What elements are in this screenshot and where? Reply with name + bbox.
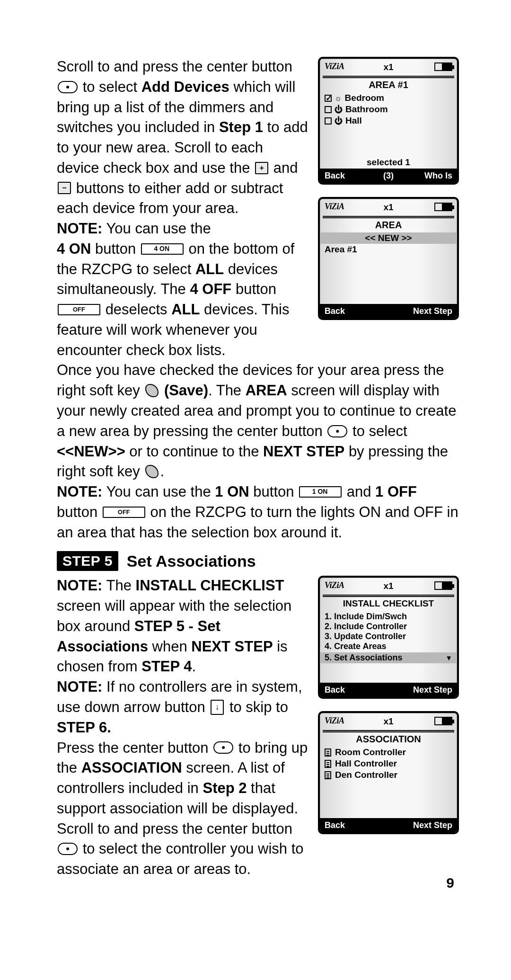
text: Scroll to and press the center button [57, 820, 292, 837]
text-bold: 4 OFF [190, 281, 231, 297]
device-label: Hall [345, 116, 362, 126]
page-number: 9 [446, 875, 454, 891]
text-bold: (Save) [164, 382, 208, 399]
logo-text: ViZiA [325, 62, 344, 71]
controller-label: Den Controller [335, 770, 397, 780]
controller-icon [325, 748, 331, 757]
center-button-icon: • [327, 425, 347, 437]
softkey-left: Back [325, 820, 345, 830]
text-bold: STEP 6. [57, 719, 111, 736]
checklist-item: 2. Include Controller [325, 622, 452, 632]
center-button-icon: • [213, 741, 233, 754]
controller-row: Hall Controller [325, 758, 452, 769]
battery-icon [434, 62, 452, 71]
off-button-icon: OFF [103, 507, 145, 518]
text-bold: 1 ON [215, 483, 249, 500]
text: You can use the [102, 483, 215, 500]
screen-checklist: ViZiA x1 INSTALL CHECKLIST 1. Include Di… [318, 576, 459, 699]
checklist-item-highlight: 5. Set Associations ▼ [320, 652, 457, 663]
screen-title: AREA #1 [320, 79, 457, 92]
signal-text: x1 [383, 716, 393, 727]
logo-text: ViZiA [325, 716, 344, 726]
text-bold: Step 1 [219, 119, 263, 135]
battery-icon [434, 581, 452, 590]
status-bar: ViZiA x1 [320, 578, 457, 595]
text-bold: INSTALL CHECKLIST [136, 577, 284, 594]
logo-text: ViZiA [325, 202, 344, 212]
text: to select [83, 79, 141, 95]
text-bold: ASSOCIATION [81, 759, 182, 776]
area-row: Area #1 [325, 244, 452, 255]
plus-button-icon: + [255, 162, 268, 174]
step5-heading: STEP 5 Set Associations [57, 551, 459, 571]
text-bold: STEP 4 [141, 658, 192, 675]
text: Scroll to and press the center button [57, 58, 292, 75]
softkey-right: Next Step [413, 685, 452, 695]
battery-icon [434, 203, 452, 211]
text-bold: AREA [246, 382, 287, 399]
device-label: Bathroom [345, 104, 388, 115]
soft-key-icon [145, 384, 159, 397]
screen-footer: Back Next Step [320, 683, 457, 697]
checklist-highlight-label: 5. Set Associations [325, 653, 402, 663]
text-bold: ALL [171, 301, 200, 318]
text: . [192, 658, 196, 675]
checkbox-icon [325, 106, 332, 113]
controller-label: Hall Controller [335, 758, 397, 769]
text: to select [352, 423, 407, 439]
text: when [148, 638, 191, 655]
soft-key-icon [145, 465, 159, 478]
controller-icon [325, 760, 331, 768]
text-bold: NEXT STEP [191, 638, 273, 655]
softkey-left: Back [325, 306, 345, 316]
checkbox-icon [325, 95, 332, 102]
screen-footer: Back Next Step [320, 304, 457, 318]
controller-row: Den Controller [325, 769, 452, 781]
softkey-right: Next Step [413, 306, 452, 316]
screen-arealist: ViZiA x1 AREA << NEW >> Area #1 Back Nex… [318, 197, 459, 320]
signal-text: x1 [383, 202, 393, 213]
text: buttons to either add or subtract each d… [57, 180, 283, 217]
text: button [91, 241, 140, 257]
note-label: NOTE: [57, 577, 102, 594]
text: to skip to [229, 699, 288, 715]
screen-body: Room Controller Hall Controller Den Cont… [320, 747, 457, 781]
text-bold: Step 2 [203, 780, 247, 796]
down-arrow-button-icon: ↓ [211, 700, 224, 715]
device-label: Bedroom [345, 93, 384, 103]
divider [323, 730, 454, 732]
screen-body: 1. Include Dim/Swch 2. Include Controlle… [320, 611, 457, 663]
power-icon: ⏻ [335, 117, 343, 125]
text: button [249, 483, 298, 500]
note-label: NOTE: [57, 483, 102, 500]
step-title: Set Associations [127, 552, 256, 570]
screen-body: ☼ Bedroom ⏻ Bathroom ⏻ Hall [320, 92, 457, 126]
screen-title: INSTALL CHECKLIST [320, 598, 457, 611]
status-bar: ViZiA x1 [320, 713, 457, 730]
screen-footer: Back Next Step [320, 818, 457, 832]
status-bar: ViZiA x1 [320, 59, 457, 76]
power-icon: ⏻ [335, 106, 343, 114]
text: deselects [106, 301, 172, 318]
checkbox-icon [325, 117, 332, 125]
device-row: ⏻ Hall [325, 115, 452, 126]
four-on-button-icon: 4 ON [141, 243, 184, 255]
divider [323, 595, 454, 597]
softkey-mid: (3) [320, 171, 457, 181]
one-on-button-icon: 1 ON [299, 486, 342, 498]
screen-stack-2: ViZiA x1 INSTALL CHECKLIST 1. Include Di… [318, 576, 459, 834]
text-bold: 1 OFF [375, 483, 417, 500]
checklist-item: 1. Include Dim/Swch [325, 612, 452, 622]
text-bold: 4 ON [57, 241, 91, 257]
text: or to continue to the [125, 443, 263, 460]
area-label: Area #1 [325, 244, 357, 255]
screen-stack-1: ViZiA x1 AREA #1 ☼ Bedroom ⏻ Bathroom [318, 57, 459, 320]
controller-row: Room Controller [325, 747, 452, 758]
text: . The [208, 382, 246, 399]
controller-label: Room Controller [335, 747, 406, 757]
off-button-icon: OFF [58, 304, 100, 315]
screen-body: << NEW >> Area #1 [320, 232, 457, 255]
chevron-down-icon: ▼ [445, 654, 452, 662]
text-bold: <<NEW>> [57, 443, 125, 460]
controller-icon [325, 771, 331, 779]
